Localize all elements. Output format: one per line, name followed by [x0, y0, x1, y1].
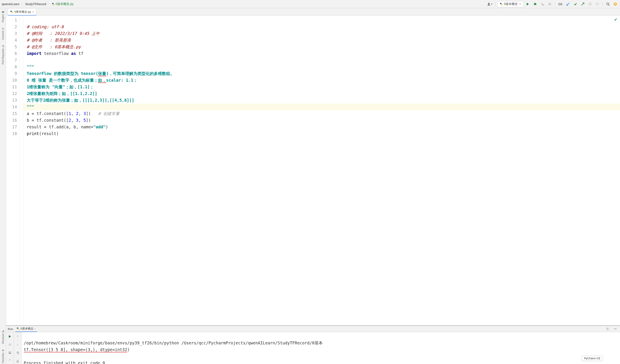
favorites-tool-button[interactable]: Favorites — [1, 348, 5, 364]
fold-gutter[interactable] — [20, 15, 23, 325]
svg-rect-13 — [543, 4, 544, 6]
soft-wrap-icon[interactable] — [15, 350, 21, 356]
scroll-to-end-icon[interactable] — [15, 358, 21, 364]
search-icon[interactable] — [605, 1, 611, 7]
svg-point-3 — [500, 3, 501, 4]
editor-tab[interactable]: 0基本概念.py × — [8, 8, 36, 15]
svg-point-30 — [10, 10, 12, 12]
close-icon[interactable]: × — [34, 327, 36, 330]
svg-point-4 — [501, 4, 503, 5]
breadcrumb-file-label: 0基本概念.py — [56, 2, 74, 6]
svg-point-34 — [607, 329, 608, 329]
pull-requests-tool-button[interactable]: Pull Requests — [1, 44, 5, 65]
history-icon[interactable] — [587, 1, 593, 7]
chevron-down-icon: ▼ — [519, 3, 521, 5]
commit-tool-button[interactable]: Commit — [1, 27, 5, 41]
run-output[interactable]: /opt/homebrew/Caskroom/miniforge/base/en… — [22, 332, 620, 364]
top-toolbar: qwenAILearn 〉 StudyTFRecord 〉 0基本概念.py ▼… — [0, 0, 620, 8]
layout-settings-icon[interactable] — [7, 350, 13, 356]
update-icon[interactable] — [612, 1, 618, 7]
run-tab[interactable]: 0基本概念 × — [15, 326, 37, 332]
stop-button[interactable] — [547, 1, 553, 7]
star-icon — [2, 349, 4, 352]
svg-point-16 — [607, 3, 609, 5]
svg-line-9 — [536, 4, 536, 4]
git-label: Git: — [558, 2, 563, 6]
editor-panel: 0基本概念.py × ✔ 123456789101112131415161718… — [6, 8, 620, 364]
run-button[interactable] — [525, 1, 531, 7]
hide-icon[interactable] — [612, 326, 618, 332]
commit-icon — [2, 27, 4, 30]
editor-tab-label: 0基本概念.py — [15, 10, 31, 14]
breadcrumb-root[interactable]: qwenAILearn — [2, 2, 20, 6]
rollback-icon[interactable] — [594, 1, 600, 7]
user-dropdown-icon[interactable]: ▼ — [487, 1, 493, 7]
coverage-button[interactable] — [540, 1, 545, 7]
pull-request-icon — [2, 45, 4, 48]
python-icon — [16, 327, 20, 330]
svg-point-31 — [11, 12, 13, 13]
product-badge: PyCharm CE — [582, 356, 603, 361]
down-arrow-icon[interactable] — [15, 342, 21, 348]
svg-rect-19 — [2, 11, 4, 13]
breadcrumb-file[interactable]: 0基本概念.py — [52, 2, 74, 6]
up-arrow-icon[interactable] — [15, 334, 21, 339]
chevron-right-icon: 〉 — [48, 2, 51, 6]
git-commit-icon[interactable] — [572, 1, 578, 7]
code-editor[interactable]: ✔ 123456789101112131415161718 # coding: … — [6, 15, 620, 325]
python-file-icon — [10, 10, 13, 13]
git-pull-icon[interactable] — [565, 1, 571, 7]
svg-rect-38 — [9, 352, 10, 352]
svg-line-11 — [536, 4, 536, 5]
editor-split: ✔ 123456789101112131415161718 # coding: … — [6, 15, 620, 364]
run-tool-window: Run: 0基本概念 × — [6, 325, 620, 364]
run-header: Run: 0基本概念 × — [6, 326, 620, 332]
run-config-selector[interactable]: 0基本概念 ▼ — [497, 1, 524, 7]
svg-point-20 — [2, 28, 4, 29]
svg-point-25 — [2, 45, 3, 46]
svg-rect-37 — [9, 344, 11, 346]
project-tool-button[interactable]: Project — [1, 10, 5, 23]
svg-rect-39 — [10, 352, 11, 352]
svg-rect-14 — [548, 3, 551, 5]
svg-line-8 — [534, 4, 534, 4]
rerun-button[interactable] — [7, 334, 13, 339]
svg-point-1 — [53, 4, 55, 5]
toolbar-right: ▼ 0基本概念 ▼ Git: — [487, 1, 618, 7]
svg-rect-40 — [9, 353, 11, 354]
svg-marker-5 — [527, 3, 529, 5]
svg-rect-35 — [614, 329, 617, 329]
main-area: Project Commit Pull Requests Structure F… — [0, 8, 620, 364]
git-push-icon[interactable] — [580, 1, 586, 7]
left-tool-gutter: Project Commit Pull Requests Structure F… — [0, 8, 6, 364]
python-icon — [500, 3, 503, 6]
svg-point-33 — [18, 329, 20, 330]
run-title: Run: — [8, 327, 14, 331]
breadcrumb-folder[interactable]: StudyTFRecord — [25, 2, 46, 6]
code-area[interactable]: # coding: utf-8 # @时间 : 2022/3/17 9:45 上… — [23, 15, 620, 325]
more-icon[interactable]: » — [9, 358, 11, 361]
run-config-label: 0基本概念 — [504, 2, 518, 6]
svg-line-10 — [534, 4, 534, 5]
svg-point-23 — [3, 46, 4, 47]
svg-point-2 — [488, 3, 489, 4]
folder-icon — [2, 11, 4, 13]
structure-tool-button[interactable]: Structure — [1, 329, 5, 345]
run-side-primary: » — [6, 332, 14, 364]
breadcrumb: qwenAILearn 〉 StudyTFRecord 〉 0基本概念.py — [2, 2, 74, 6]
svg-rect-27 — [2, 332, 3, 332]
editor-tab-bar: 0基本概念.py × — [6, 8, 620, 15]
run-tab-label: 0基本概念 — [20, 327, 33, 331]
python-file-icon — [52, 3, 55, 6]
structure-icon — [2, 330, 4, 333]
gear-icon[interactable] — [604, 326, 610, 332]
close-icon[interactable]: × — [32, 10, 34, 14]
stop-button[interactable] — [7, 342, 13, 348]
no-problems-icon[interactable]: ✔ — [614, 17, 617, 22]
svg-point-0 — [52, 3, 53, 4]
svg-marker-29 — [2, 349, 4, 351]
line-number-gutter: 123456789101112131415161718 — [6, 15, 20, 325]
debug-button[interactable] — [532, 1, 538, 7]
svg-rect-26 — [3, 332, 4, 332]
run-side-secondary: » — [14, 332, 22, 364]
